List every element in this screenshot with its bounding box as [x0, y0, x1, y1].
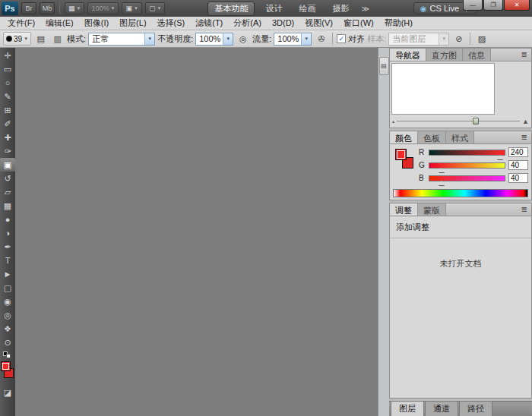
- flow-field[interactable]: 100% ▼: [274, 33, 312, 46]
- type-tool[interactable]: T: [0, 254, 15, 267]
- close-button[interactable]: ✕: [504, 0, 530, 11]
- gradient-tool[interactable]: ▦: [0, 199, 15, 213]
- tab-histogram[interactable]: 直方图: [426, 49, 463, 61]
- view-extras-button[interactable]: ▦ ▼: [65, 2, 84, 14]
- tab-masks[interactable]: 蒙版: [418, 203, 446, 216]
- path-selection-tool[interactable]: ►: [0, 267, 15, 281]
- align-checkbox[interactable]: ✓: [337, 34, 346, 43]
- color-spectrum-ramp[interactable]: [393, 189, 528, 197]
- move-tool[interactable]: ✛: [0, 49, 15, 62]
- menu-help[interactable]: 帮助(H): [379, 17, 418, 30]
- opacity-field[interactable]: 100% ▼: [195, 33, 233, 46]
- tab-layers[interactable]: 图层: [391, 401, 424, 416]
- zoom-out-mountain-icon[interactable]: ▴: [392, 118, 394, 124]
- maximize-button[interactable]: ❐: [483, 0, 503, 11]
- history-brush-tool[interactable]: ↺: [0, 172, 15, 185]
- toggle-brush-panel-icon[interactable]: ▨: [474, 32, 489, 46]
- channel-g-slider-thumb[interactable]: [439, 168, 445, 172]
- tab-swatches[interactable]: 色板: [418, 131, 446, 143]
- zoom-tool[interactable]: ⊙: [0, 336, 15, 349]
- menu-view[interactable]: 视图(V): [299, 17, 338, 30]
- menu-file[interactable]: 文件(F): [2, 17, 40, 30]
- quick-selection-tool[interactable]: ✎: [0, 90, 15, 103]
- chevron-down-icon: ▼: [223, 33, 233, 45]
- lasso-tool[interactable]: ○: [0, 76, 15, 90]
- opacity-value: 100%: [196, 34, 223, 43]
- tab-channels[interactable]: 通道: [425, 401, 458, 416]
- tab-styles[interactable]: 样式: [446, 131, 474, 143]
- menu-select[interactable]: 选择(S): [152, 17, 191, 30]
- brush-size-value: 39: [14, 35, 22, 43]
- screen-mode-button[interactable]: ▢ ▼: [145, 2, 165, 14]
- sample-value: 当前图层: [389, 33, 439, 45]
- channel-b-input[interactable]: [508, 173, 528, 183]
- adjustments-panel-menu-icon[interactable]: ≣: [518, 203, 531, 216]
- ignore-adjustment-layers-icon[interactable]: ⊘: [451, 32, 466, 46]
- channel-r-input[interactable]: [508, 147, 528, 157]
- rectangular-marquee-tool[interactable]: ▭: [0, 62, 15, 76]
- channel-b-slider-thumb[interactable]: [439, 181, 445, 185]
- pen-tool[interactable]: ✒: [0, 240, 15, 254]
- menu-filter[interactable]: 滤镜(T): [190, 17, 228, 30]
- hand-tool[interactable]: ❖: [0, 322, 15, 336]
- zoom-level-dropdown[interactable]: 100% ▼: [87, 2, 119, 14]
- menu-layer[interactable]: 图层(L): [114, 17, 151, 30]
- bridge-icon[interactable]: Br: [21, 2, 36, 14]
- tab-navigator[interactable]: 导航器: [390, 49, 426, 61]
- eyedropper-tool[interactable]: ✐: [0, 117, 15, 131]
- tool-options-bar: 39 ▼ ▤ ▥ 模式: 正常 ▼ 不透明度: 100% ▼ ◎ 流量: 100…: [0, 30, 532, 48]
- navigator-zoom-slider[interactable]: [397, 117, 520, 125]
- minimize-button[interactable]: —: [463, 0, 483, 11]
- clone-source-panel-icon[interactable]: ▥: [50, 32, 65, 46]
- collapsed-panel-icon[interactable]: ▤: [379, 57, 389, 75]
- dodge-tool[interactable]: ◑: [0, 226, 15, 240]
- foreground-color-swatch[interactable]: [1, 361, 11, 371]
- chevron-down-icon: ▼: [134, 6, 138, 11]
- 3d-rotate-tool[interactable]: ◉: [0, 295, 15, 308]
- navigator-panel-menu-icon[interactable]: ≣: [518, 49, 531, 61]
- channel-g-slider[interactable]: [429, 162, 505, 169]
- mini-bridge-icon[interactable]: Mb: [40, 2, 55, 14]
- spot-healing-brush-tool[interactable]: ✚: [0, 131, 15, 144]
- default-colors-icon[interactable]: [3, 351, 12, 359]
- brush-tool[interactable]: ✑: [0, 144, 15, 158]
- tab-info[interactable]: 信息: [463, 49, 491, 61]
- menu-analysis[interactable]: 分析(A): [228, 17, 267, 30]
- mode-select[interactable]: 正常 ▼: [88, 33, 155, 46]
- tab-adjustments[interactable]: 调整: [390, 203, 418, 216]
- channel-b-slider[interactable]: [429, 175, 505, 181]
- workspace-essentials[interactable]: 基本功能: [207, 2, 255, 16]
- channel-r-slider-thumb[interactable]: [497, 155, 503, 159]
- sample-select[interactable]: 当前图层 ▼: [388, 33, 449, 46]
- blur-tool[interactable]: ●: [0, 213, 15, 226]
- eraser-tool[interactable]: ▱: [0, 185, 15, 199]
- color-panel-menu-icon[interactable]: ≣: [518, 131, 531, 143]
- menu-edit[interactable]: 编辑(E): [40, 17, 79, 30]
- menu-image[interactable]: 图像(I): [79, 17, 114, 30]
- rectangle-tool[interactable]: ▢: [0, 281, 15, 295]
- brush-panel-toggle-icon[interactable]: ▤: [33, 32, 48, 46]
- clone-stamp-tool[interactable]: ▣: [0, 158, 15, 172]
- tablet-pressure-icon[interactable]: ◎: [236, 32, 250, 46]
- chevron-down-icon: ▼: [77, 6, 81, 11]
- workspace-design[interactable]: 设计: [259, 2, 288, 15]
- 3d-orbit-tool[interactable]: ◎: [0, 308, 15, 322]
- menu-window[interactable]: 窗口(W): [338, 17, 379, 30]
- tab-paths[interactable]: 路径: [459, 401, 492, 416]
- crop-tool[interactable]: ⊞: [0, 103, 15, 117]
- brush-preset-picker[interactable]: 39 ▼: [3, 32, 31, 46]
- zoom-in-mountain-icon[interactable]: ▲: [522, 118, 529, 125]
- quick-mask-button[interactable]: ◪: [4, 388, 11, 398]
- panel-foreground-swatch[interactable]: [395, 149, 407, 160]
- workspace-more-button[interactable]: ≫: [359, 5, 370, 13]
- flow-value: 100%: [274, 34, 301, 43]
- channel-g-input[interactable]: [508, 160, 528, 170]
- arrange-documents-button[interactable]: ▣ ▼: [122, 2, 141, 14]
- slider-thumb[interactable]: [473, 118, 479, 124]
- menu-3d[interactable]: 3D(D): [267, 17, 299, 30]
- channel-r-slider[interactable]: [429, 150, 505, 156]
- tab-color[interactable]: 颜色: [390, 131, 418, 143]
- airbrush-icon[interactable]: ✇: [314, 32, 328, 46]
- workspace-painting[interactable]: 绘画: [293, 2, 321, 15]
- workspace-photography[interactable]: 摄影: [326, 2, 355, 15]
